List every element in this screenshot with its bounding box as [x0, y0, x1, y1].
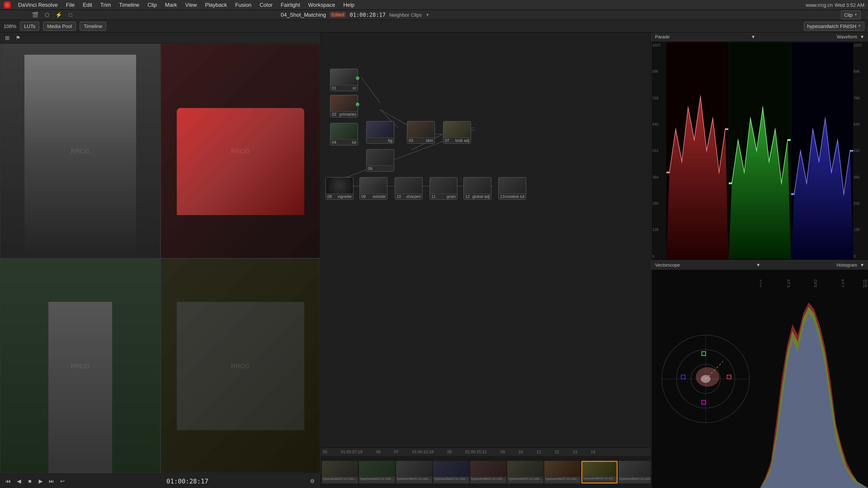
- clips-btn[interactable]: 🎬: [31, 10, 40, 19]
- clip-7[interactable]: hypesandwich no color...: [544, 461, 581, 483]
- node-nr-id: 01: [332, 86, 336, 90]
- svg-rect-22: [702, 352, 706, 355]
- menu-color[interactable]: Color: [256, 1, 276, 9]
- node-primaries[interactable]: 02 primaries: [330, 95, 358, 118]
- node-06[interactable]: 06: [366, 149, 394, 172]
- waveform-dropdown-arrow[interactable]: ▼: [860, 34, 864, 39]
- viewer-settings-btn[interactable]: ⚙: [308, 477, 317, 486]
- menu-fairlight[interactable]: Fairlight: [277, 1, 304, 9]
- lightbox-btn[interactable]: □: [66, 10, 75, 19]
- node-nr[interactable]: 01 nr: [330, 69, 358, 91]
- media-pool-button[interactable]: Media Pool: [43, 22, 76, 31]
- ruler-05: 05: [323, 450, 327, 454]
- node-connections-svg: [321, 33, 651, 447]
- menu-trim[interactable]: Trim: [97, 1, 115, 9]
- clip-4[interactable]: hypesandwich no color...: [433, 461, 469, 483]
- ruler-06: 06: [376, 450, 380, 454]
- node-lut-label: lut: [352, 140, 356, 144]
- clip-dropdown-arrow2: ▼: [854, 13, 858, 17]
- node-look-adj[interactable]: 07 look adj: [443, 121, 471, 144]
- node-nr-out: [356, 76, 360, 80]
- header-center: 04_Shot_Matching Edited 01:00:28:17 Neig…: [281, 11, 430, 18]
- node-bg-label: bg: [388, 138, 393, 143]
- clip-9[interactable]: hypesandwich no color...: [618, 461, 651, 483]
- histogram-dropdown-arrow[interactable]: ▼: [860, 262, 864, 267]
- menu-mark[interactable]: Mark: [161, 1, 181, 9]
- timeline-button[interactable]: Timeline: [80, 22, 106, 31]
- stop-btn[interactable]: ■: [25, 477, 34, 486]
- menu-file[interactable]: File: [62, 1, 79, 9]
- node-sharpen[interactable]: 10 sharpen: [395, 177, 423, 200]
- openFX-btn[interactable]: ⚡: [54, 10, 63, 19]
- menu-workspace[interactable]: Workspace: [305, 1, 339, 9]
- svg-rect-21: [681, 375, 685, 379]
- nodes-btn[interactable]: ⬡: [42, 10, 52, 19]
- node-skin-label: skin: [426, 138, 433, 143]
- clip-mode-label: Clip: [844, 12, 852, 18]
- clip-2[interactable]: hypesandwich no color...: [359, 461, 395, 483]
- menu-davinci[interactable]: DaVinci Resolve: [14, 1, 61, 9]
- viewer-layout-btn[interactable]: ⊞: [3, 33, 12, 42]
- clip-dropdown-label[interactable]: Neighbor Clips: [389, 12, 422, 18]
- waveform-label-768: 768: [854, 96, 867, 100]
- play-start-btn[interactable]: ⏮: [4, 477, 13, 486]
- waveform-label-128: 128: [854, 228, 867, 232]
- timeline-area: 05 01:00:07:19 06 07 01:00:12:18 08 01:0…: [321, 447, 651, 488]
- node-vignette[interactable]: 08 vignette: [326, 177, 353, 200]
- clip-6[interactable]: hypesandwich no color...: [507, 461, 544, 483]
- menu-timeline[interactable]: Timeline: [116, 1, 143, 9]
- ruler-tc-1: 01:00:07:19: [341, 450, 362, 454]
- viewer-flag-btn[interactable]: ⚑: [13, 33, 23, 42]
- luts-button[interactable]: LUTs: [20, 22, 39, 31]
- play-end-btn[interactable]: ⏭: [47, 477, 56, 486]
- clip-8-active[interactable]: hypesandwich no color...: [581, 461, 618, 483]
- clip-1[interactable]: hypesandwich no color...: [322, 461, 358, 483]
- play-btn[interactable]: ▶: [36, 477, 45, 486]
- node-skin[interactable]: 03 skin: [407, 121, 435, 144]
- clip-5[interactable]: hypesandwich no color...: [470, 461, 506, 483]
- parade-dropdown-arrow[interactable]: ▼: [751, 34, 755, 39]
- clip-mode-dropdown[interactable]: Clip ▼: [841, 10, 861, 19]
- main-toolbar: 108% LUTs Media Pool Timeline hypesandwi…: [0, 20, 868, 33]
- menu-edit[interactable]: Edit: [79, 1, 96, 9]
- vectorscope-dropdown-arrow[interactable]: ▼: [756, 262, 761, 267]
- menu-view[interactable]: View: [182, 1, 200, 9]
- video-cell-1: RRCG: [0, 43, 160, 258]
- menu-clip[interactable]: Clip: [144, 1, 160, 9]
- ruler-08: 08: [447, 450, 452, 454]
- node-06-id: 06: [368, 166, 373, 171]
- video-cell-2: RRCG: [160, 43, 320, 258]
- node-bg[interactable]: bg: [366, 121, 394, 144]
- svg-text:100: 100: [863, 277, 867, 289]
- node-lut[interactable]: 04 lut: [330, 123, 358, 145]
- finish-label: hypesandwich FINISH: [807, 23, 857, 29]
- parade-canvas: 1023 896 768 640 512 384 256 128 0: [651, 41, 868, 260]
- finish-dropdown[interactable]: hypesandwich FINISH ▼: [804, 22, 865, 31]
- menu-playback[interactable]: Playback: [202, 1, 230, 9]
- node-global-adj[interactable]: 12 global adj: [463, 177, 491, 200]
- vectorscope-svg: [657, 281, 754, 477]
- loop-btn[interactable]: ↩: [58, 477, 67, 486]
- node-creative-lut[interactable]: 13 creative lut: [498, 177, 526, 200]
- parade-label-0: 0: [652, 254, 666, 258]
- ruler-tc-2: 01:00:12:18: [412, 450, 434, 454]
- timeline-clips: hypesandwich no color... hypesandwich no…: [321, 456, 651, 488]
- ruler-11: 11: [536, 450, 541, 454]
- waveform-label-512: 512: [854, 149, 867, 153]
- app-icon: [4, 1, 11, 8]
- node-grain[interactable]: 11 grain: [430, 177, 458, 200]
- clip-3[interactable]: hypesandwich no color...: [396, 461, 432, 483]
- node-look-adj-label: look adj: [455, 138, 469, 143]
- svg-point-26: [701, 375, 710, 383]
- menu-help[interactable]: Help: [340, 1, 358, 9]
- project-name: 04_Shot_Matching: [281, 11, 326, 18]
- prev-frame-btn[interactable]: ◀: [14, 477, 24, 486]
- menu-fusion[interactable]: Fusion: [231, 1, 255, 9]
- node-sharpen-label: sharpen: [406, 194, 421, 199]
- ruler-13: 13: [573, 450, 577, 454]
- waveform-label-384: 384: [854, 175, 867, 179]
- svg-text:50: 50: [814, 277, 817, 289]
- node-outside[interactable]: 09 outside: [360, 177, 388, 200]
- ruler-tc-3: 01:00:15:21: [465, 450, 487, 454]
- ruler-14: 14: [591, 450, 595, 454]
